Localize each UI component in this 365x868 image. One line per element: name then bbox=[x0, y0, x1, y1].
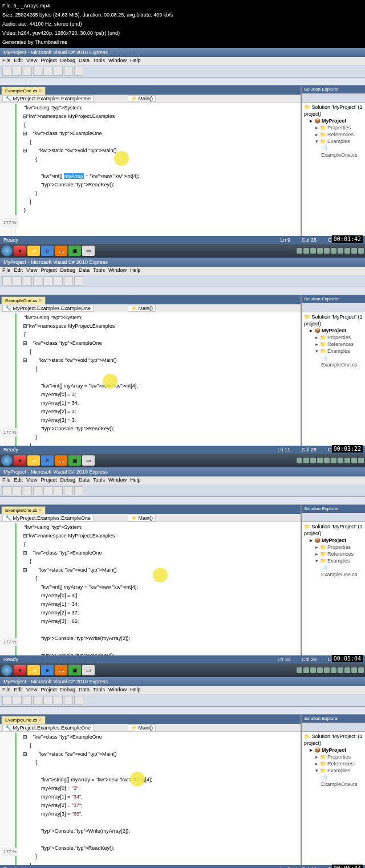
toolbar-button[interactable] bbox=[64, 696, 73, 705]
tray-icon[interactable] bbox=[351, 667, 357, 673]
toolbar-button[interactable] bbox=[13, 486, 22, 495]
toolbar-button[interactable] bbox=[13, 67, 22, 76]
member-selector[interactable]: ⚡ Main() bbox=[128, 724, 156, 731]
menu-item[interactable]: Edit bbox=[14, 687, 23, 694]
ie-icon[interactable]: e bbox=[41, 455, 54, 466]
code-editor[interactable]: "kw">using "typ">System; ⊟"kw">namespace… bbox=[0, 522, 301, 655]
solution-tree[interactable]: 📁 Solution 'MyProject' (1 project) ▸ 📦 M… bbox=[302, 522, 365, 655]
toolbar-button[interactable] bbox=[54, 67, 63, 76]
toolbar-button[interactable] bbox=[54, 486, 63, 495]
menu-item[interactable]: Data bbox=[79, 58, 90, 64]
tray-icon[interactable] bbox=[351, 458, 357, 463]
tree-solution[interactable]: 📁 Solution 'MyProject' (1 project) bbox=[303, 313, 364, 327]
chrome-icon[interactable]: ● bbox=[14, 246, 26, 256]
menu-item[interactable]: Window bbox=[108, 58, 127, 64]
menu-item[interactable]: Edit bbox=[14, 58, 23, 64]
tray-icon[interactable] bbox=[310, 667, 316, 673]
toolbar-button[interactable] bbox=[23, 67, 32, 76]
toolbar-button[interactable] bbox=[43, 486, 52, 495]
menu-item[interactable]: Debug bbox=[60, 267, 75, 274]
tray-icon[interactable] bbox=[358, 667, 364, 673]
menu-item[interactable]: Data bbox=[79, 687, 90, 694]
tree-properties[interactable]: ▸ 📁 Properties bbox=[303, 334, 364, 341]
toolbar-button[interactable] bbox=[64, 486, 73, 495]
tree-references[interactable]: ▸ 📁 References bbox=[303, 341, 364, 348]
member-selector[interactable]: ⚡ Main() bbox=[128, 305, 156, 312]
tray-icon[interactable] bbox=[310, 458, 316, 463]
toolbar-button[interactable] bbox=[43, 67, 52, 76]
tree-file[interactable]: 📄 ExampleOne.cs bbox=[303, 564, 364, 578]
menu-item[interactable]: File bbox=[2, 687, 11, 694]
menu-item[interactable]: View bbox=[26, 58, 37, 64]
tray-icon[interactable] bbox=[297, 458, 302, 463]
tree-properties[interactable]: ▸ 📁 Properties bbox=[303, 753, 364, 760]
chrome-icon[interactable]: ● bbox=[14, 665, 26, 675]
code-editor[interactable]: "kw">using "typ">System; ⊟"kw">namespace… bbox=[0, 103, 301, 236]
tray-icon[interactable] bbox=[310, 248, 316, 254]
vs-icon[interactable]: ▣ bbox=[68, 665, 81, 675]
tree-project[interactable]: ▸ 📦 MyProject bbox=[303, 747, 364, 753]
explorer-icon[interactable]: ▭ bbox=[82, 246, 95, 256]
tray-icon[interactable] bbox=[338, 667, 343, 673]
start-button[interactable] bbox=[1, 245, 13, 256]
toolbar-button[interactable] bbox=[23, 696, 32, 705]
toolbar-button[interactable] bbox=[74, 276, 83, 286]
class-selector[interactable]: 🔧 MyProject.Examples.ExampleOne bbox=[2, 515, 94, 521]
menu-item[interactable]: Edit bbox=[14, 267, 23, 274]
tree-folder[interactable]: ▾ 📁 Examples bbox=[303, 767, 364, 774]
class-selector[interactable]: 🔧 MyProject.Examples.ExampleOne bbox=[2, 95, 94, 102]
toolbar-button[interactable] bbox=[64, 276, 73, 286]
toolbar-button[interactable] bbox=[54, 696, 63, 705]
explorer-icon[interactable]: ▭ bbox=[82, 455, 95, 466]
tray-icon[interactable] bbox=[351, 248, 357, 254]
menu-item[interactable]: Window bbox=[108, 687, 127, 694]
menu-item[interactable]: Project bbox=[40, 267, 56, 274]
folder-icon[interactable]: 📁 bbox=[27, 455, 40, 466]
tree-properties[interactable]: ▸ 📁 Properties bbox=[303, 124, 364, 131]
folder-icon[interactable]: 📁 bbox=[27, 665, 40, 675]
menu-item[interactable]: Help bbox=[130, 267, 141, 274]
tray-icon[interactable] bbox=[344, 667, 350, 673]
menu-item[interactable]: Help bbox=[130, 477, 141, 484]
tree-file[interactable]: 📄 ExampleOne.cs bbox=[303, 354, 364, 368]
tray-icon[interactable] bbox=[303, 248, 309, 254]
menu-item[interactable]: Debug bbox=[60, 477, 75, 484]
tree-references[interactable]: ▸ 📁 References bbox=[303, 551, 364, 557]
ie-icon[interactable]: e bbox=[41, 246, 54, 256]
menu-item[interactable]: Data bbox=[79, 477, 90, 484]
menu-item[interactable]: Tools bbox=[93, 267, 105, 274]
vs-icon[interactable]: ▣ bbox=[68, 455, 81, 466]
tray-icon[interactable] bbox=[324, 667, 330, 673]
tray-icon[interactable] bbox=[344, 248, 350, 254]
tree-references[interactable]: ▸ 📁 References bbox=[303, 131, 364, 138]
tree-project[interactable]: ▸ 📦 MyProject bbox=[303, 327, 364, 334]
tray-icon[interactable] bbox=[317, 248, 323, 254]
tree-solution[interactable]: 📁 Solution 'MyProject' (1 project) bbox=[303, 733, 364, 747]
toolbar-button[interactable] bbox=[2, 696, 11, 705]
menu-item[interactable]: File bbox=[2, 267, 11, 274]
solution-tree[interactable]: 📁 Solution 'MyProject' (1 project) ▸ 📦 M… bbox=[302, 732, 365, 865]
tray-icon[interactable] bbox=[331, 458, 336, 463]
menu-item[interactable]: Tools bbox=[93, 687, 105, 694]
menu-item[interactable]: Debug bbox=[60, 687, 75, 694]
toolbar-button[interactable] bbox=[13, 276, 22, 286]
tray-icon[interactable] bbox=[317, 667, 323, 673]
tree-file[interactable]: 📄 ExampleOne.cs bbox=[303, 145, 364, 158]
toolbar-button[interactable] bbox=[74, 67, 83, 76]
menu-item[interactable]: File bbox=[2, 58, 11, 64]
tray-icon[interactable] bbox=[338, 458, 343, 463]
firefox-icon[interactable]: 🦊 bbox=[55, 665, 67, 675]
code-editor[interactable]: ⊟ "kw">class "typ">ExampleOne { ⊟ "kw">s… bbox=[0, 732, 301, 865]
zoom-level[interactable]: 177 % bbox=[2, 428, 18, 437]
toolbar-button[interactable] bbox=[33, 67, 42, 76]
menu-item[interactable]: View bbox=[26, 477, 37, 484]
solution-tree[interactable]: 📁 Solution 'MyProject' (1 project) ▸ 📦 M… bbox=[302, 103, 365, 236]
tray-icon[interactable] bbox=[331, 248, 336, 254]
tray-icon[interactable] bbox=[324, 458, 330, 463]
tree-project[interactable]: ▸ 📦 MyProject bbox=[303, 117, 364, 124]
tree-folder[interactable]: ▾ 📁 Examples bbox=[303, 348, 364, 354]
toolbar-button[interactable] bbox=[33, 486, 42, 495]
tree-project[interactable]: ▸ 📦 MyProject bbox=[303, 537, 364, 544]
menu-item[interactable]: Project bbox=[40, 477, 56, 484]
start-button[interactable] bbox=[1, 665, 13, 676]
